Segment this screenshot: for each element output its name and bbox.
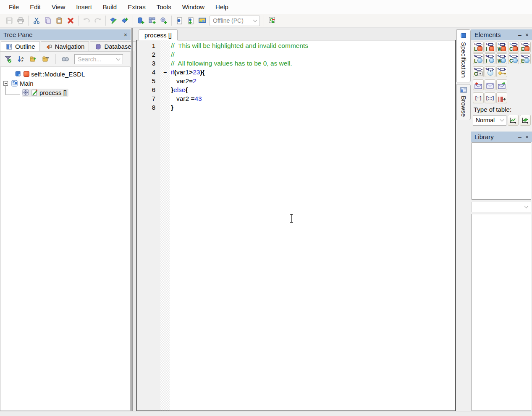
library-select[interactable] bbox=[472, 202, 531, 212]
process-gear-icon bbox=[22, 89, 29, 96]
open-data-editor-icon[interactable] bbox=[174, 15, 185, 26]
tab-outline[interactable]: Outline bbox=[1, 41, 40, 51]
diagram-icon bbox=[11, 80, 18, 87]
tree-item-main[interactable]: Main bbox=[0, 79, 130, 88]
import-data-icon[interactable] bbox=[185, 15, 197, 26]
code-editor[interactable]: 1// This will be highlighted and invalid… bbox=[136, 40, 456, 411]
minimize-icon[interactable]: – bbox=[518, 32, 522, 38]
element-misc-row-2 bbox=[473, 79, 531, 90]
dependent-parameter-button[interactable]: + bbox=[496, 66, 507, 77]
experiment-target-select[interactable]: Offline (PC) bbox=[210, 16, 260, 26]
element-misc-row-1: + C + + bbox=[473, 66, 531, 77]
code-line[interactable]: 1// This will be highlighted and invalid… bbox=[137, 41, 455, 50]
tree-item-process[interactable]: process [] bbox=[0, 88, 130, 97]
minimize-icon[interactable]: – bbox=[518, 134, 522, 140]
tab-database[interactable]: Database bbox=[90, 41, 136, 51]
close-icon[interactable]: × bbox=[124, 32, 127, 38]
send-message-button[interactable] bbox=[496, 79, 507, 90]
add-project-icon[interactable] bbox=[147, 15, 158, 26]
filter-icon[interactable] bbox=[3, 54, 13, 65]
tab-browse[interactable]: Browse bbox=[456, 84, 471, 120]
message-button[interactable] bbox=[485, 79, 495, 90]
tree-item-module[interactable]: E self::Module_ESDL bbox=[0, 69, 130, 79]
code-text: } bbox=[170, 104, 173, 111]
line-number: 6 bbox=[137, 86, 158, 93]
collapse-all-icon[interactable] bbox=[41, 54, 51, 65]
menu-edit[interactable]: Edit bbox=[24, 3, 46, 11]
library-list[interactable] bbox=[472, 142, 531, 200]
system-constant-button[interactable]: + C bbox=[473, 66, 484, 77]
element-variable-c-button[interactable]: +C bbox=[508, 42, 519, 53]
add-component-icon[interactable] bbox=[158, 15, 169, 26]
editor-tab-process[interactable]: process [] bbox=[139, 29, 178, 40]
tree-pane-tabs: Outline Navigation Database bbox=[0, 40, 131, 52]
element-letter: E bbox=[521, 46, 524, 52]
chevron-down-icon bbox=[253, 18, 257, 22]
code-line[interactable]: 3// All following values has to be 0, as… bbox=[137, 59, 455, 68]
library-content-list[interactable] bbox=[472, 214, 531, 411]
menu-extras[interactable]: Extras bbox=[122, 3, 151, 11]
menu-view[interactable]: View bbox=[46, 3, 71, 11]
tab-specification[interactable]: Specification bbox=[456, 29, 471, 82]
search-input[interactable]: Search... bbox=[74, 54, 123, 64]
element-variable-i-button[interactable]: +I bbox=[485, 42, 495, 53]
table-type-select[interactable]: Normal bbox=[473, 115, 506, 126]
find-icon[interactable] bbox=[60, 54, 71, 65]
tab-navigation[interactable]: Navigation bbox=[41, 41, 89, 51]
expand-all-icon[interactable] bbox=[28, 54, 39, 65]
code-line[interactable]: 7 var2 =43 bbox=[137, 94, 455, 103]
element-variable-l-button[interactable]: +L bbox=[473, 42, 484, 53]
parameter-shape-icon bbox=[477, 58, 482, 63]
element-parameter-c-button[interactable]: +C bbox=[508, 53, 519, 64]
virtual-parameter-button[interactable]: + bbox=[485, 66, 495, 77]
svg-text:E: E bbox=[18, 74, 20, 76]
tree-pane-title: Tree Pane bbox=[3, 31, 33, 38]
code-line[interactable]: 6}else{ bbox=[137, 85, 455, 94]
measure-view-icon[interactable] bbox=[197, 15, 208, 26]
matrix-button[interactable]: [:::] bbox=[485, 92, 495, 103]
distribution-button[interactable] bbox=[496, 92, 507, 103]
copy-icon[interactable] bbox=[42, 15, 53, 26]
menu-build[interactable]: Build bbox=[97, 3, 122, 11]
element-parameter-i-button[interactable]: +I bbox=[485, 53, 495, 64]
code-line[interactable]: 4−if(var1>23){ bbox=[137, 68, 455, 76]
element-variable-w-button[interactable]: +W bbox=[496, 42, 507, 53]
element-parameter-row: +L+I+W+C+E bbox=[473, 53, 531, 64]
element-parameter-w-button[interactable]: +W bbox=[496, 53, 507, 64]
menu-insert[interactable]: Insert bbox=[71, 3, 97, 11]
editor-tab-label: process [] bbox=[144, 32, 172, 39]
menu-window[interactable]: Window bbox=[177, 3, 210, 11]
collapse-expander-icon[interactable] bbox=[3, 81, 8, 86]
element-parameter-e-button[interactable]: +E bbox=[520, 53, 531, 64]
update-implementation-icon[interactable] bbox=[119, 15, 131, 26]
cut-icon[interactable] bbox=[31, 15, 42, 26]
edit-implementation-icon[interactable] bbox=[108, 15, 119, 26]
element-parameter-l-button[interactable]: +L bbox=[473, 53, 484, 64]
tree-editor-splitter[interactable] bbox=[131, 28, 133, 411]
code-line[interactable]: 5 var2=2 bbox=[137, 76, 455, 85]
pin-box-icon bbox=[524, 43, 528, 46]
receive-message-button[interactable] bbox=[473, 79, 484, 90]
undo-icon[interactable] bbox=[81, 15, 92, 26]
element-variable-e-button[interactable]: +E bbox=[520, 42, 531, 53]
code-line[interactable]: 2// bbox=[137, 50, 455, 59]
fold-marker[interactable]: − bbox=[160, 69, 170, 76]
menu-tools[interactable]: Tools bbox=[151, 3, 177, 11]
sort-az-icon[interactable]: AZ bbox=[16, 54, 26, 65]
add-module-icon[interactable] bbox=[135, 15, 147, 26]
redo-icon[interactable] bbox=[92, 15, 103, 26]
array-button[interactable]: [··] bbox=[473, 92, 484, 103]
delete-icon[interactable] bbox=[65, 15, 76, 26]
two-d-table-button[interactable] bbox=[520, 115, 531, 126]
generate-code-icon[interactable]: C bbox=[266, 15, 278, 26]
code-line[interactable]: 8} bbox=[137, 103, 455, 112]
menu-help[interactable]: Help bbox=[210, 3, 234, 11]
chevron-down-icon bbox=[524, 204, 529, 208]
close-icon[interactable]: × bbox=[525, 134, 529, 140]
menu-file[interactable]: File bbox=[3, 3, 24, 11]
close-icon[interactable]: × bbox=[525, 32, 529, 38]
save-icon[interactable] bbox=[3, 15, 15, 26]
print-icon[interactable] bbox=[15, 15, 26, 26]
one-d-table-button[interactable] bbox=[508, 115, 519, 126]
paste-icon[interactable] bbox=[53, 15, 65, 26]
